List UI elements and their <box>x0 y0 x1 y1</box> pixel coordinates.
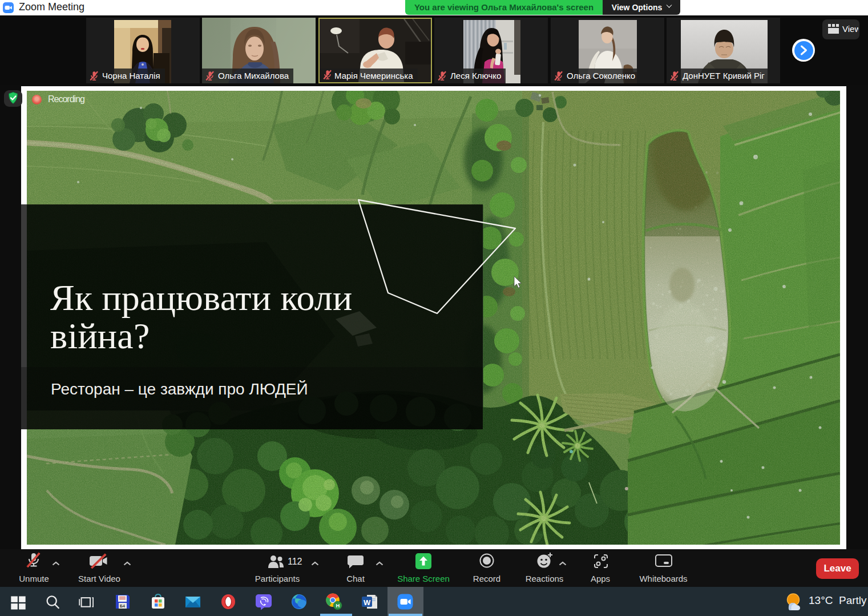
svg-text:Б4: Б4 <box>120 604 125 608</box>
svg-text:W: W <box>364 598 371 607</box>
svg-text:View: View <box>842 24 858 34</box>
svg-text:H: H <box>336 603 340 609</box>
